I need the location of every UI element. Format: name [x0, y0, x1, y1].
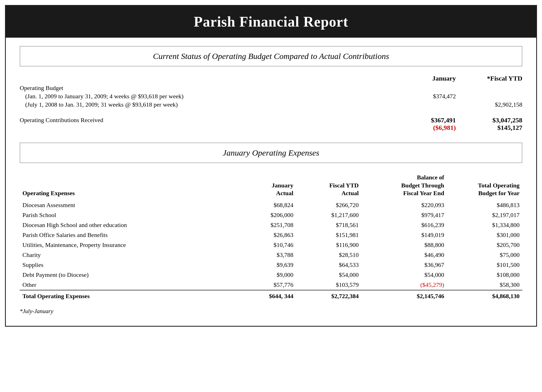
expense-total: $108,000	[447, 270, 522, 280]
total-label: Total Operating Expenses	[20, 290, 231, 301]
expenses-section: January Operating Expenses Operating Exp…	[20, 143, 522, 315]
budget-row1: (Jan. 1, 2009 to January 31, 2009; 4 wee…	[20, 93, 522, 100]
budget-label-spacer	[20, 75, 400, 82]
total-budget: $4,868,130	[447, 290, 522, 301]
operating-budget-label-row: Operating Budget	[20, 84, 522, 92]
expense-balance: $88,800	[362, 240, 447, 250]
expense-label: Other	[20, 280, 231, 290]
expense-total: $2,197,017	[447, 210, 522, 220]
expense-total: $486,813	[447, 200, 522, 210]
expense-label: Diocesan Assessment	[20, 200, 231, 210]
budget-row2: (July 1, 2008 to Jan. 31, 2009; 31 weeks…	[20, 101, 522, 108]
expense-ytd: $266,720	[296, 200, 362, 210]
contributions-row: Operating Contributions Received $367,49…	[20, 117, 522, 131]
expense-ytd: $28,510	[296, 250, 362, 260]
report-header: Parish Financial Report	[6, 6, 536, 38]
expense-ytd: $54,000	[296, 270, 362, 280]
budget-row2-ytd: $2,902,158	[461, 101, 522, 108]
total-balance: $2,145,746	[362, 290, 447, 301]
expense-jan: $9,000	[231, 270, 296, 280]
expense-ytd: $151,981	[296, 230, 362, 240]
expense-ytd: $103,579	[296, 280, 362, 290]
contrib-jan-diff: ($6,981)	[400, 124, 456, 131]
expense-label: Supplies	[20, 260, 231, 270]
expense-jan: $57,776	[231, 280, 296, 290]
jan-col-header: January	[400, 75, 461, 82]
table-row: Charity $3,788 $28,510 $46,490 $75,000	[20, 250, 522, 260]
expense-balance: $46,490	[362, 250, 447, 260]
expense-total: $75,000	[447, 250, 522, 260]
expense-ytd: $116,900	[296, 240, 362, 250]
expense-balance: $149,019	[362, 230, 447, 240]
contrib-ytd-diff: $145,127	[461, 124, 522, 131]
expense-total: $58,300	[447, 280, 522, 290]
expense-label: Parish Office Salaries and Benefits	[20, 230, 231, 240]
budget-column-headers: January *Fiscal YTD	[20, 75, 522, 82]
expense-total: $205,700	[447, 240, 522, 250]
expense-balance: $54,000	[362, 270, 447, 280]
report-container: Parish Financial Report Current Status o…	[5, 5, 537, 327]
expenses-table: Operating Expenses JanuaryActual Fiscal …	[20, 171, 522, 301]
budget-row1-jan: $374,472	[400, 93, 461, 100]
contributions-ytd: $3,047,258 $145,127	[461, 117, 522, 131]
expense-total: $1,334,800	[447, 220, 522, 230]
expense-label: Utilities, Maintenance, Property Insuran…	[20, 240, 231, 250]
expense-ytd: $718,561	[296, 220, 362, 230]
budget-row1-ytd	[461, 93, 522, 100]
expense-jan: $9,639	[231, 260, 296, 270]
report-title: Parish Financial Report	[11, 14, 531, 30]
expenses-tbody: Diocesan Assessment $68,824 $266,720 $22…	[20, 200, 522, 301]
th-ytd-actual: Fiscal YTDActual	[296, 171, 362, 200]
contrib-jan-value: $367,491	[400, 117, 456, 124]
expense-balance: $220,093	[362, 200, 447, 210]
expense-total: $301,000	[447, 230, 522, 240]
expense-jan: $26,863	[231, 230, 296, 240]
section2-title: January Operating Expenses	[20, 143, 522, 163]
section1-title: Current Status of Operating Budget Compa…	[20, 46, 522, 66]
expense-jan: $10,746	[231, 240, 296, 250]
contributions-jan: $367,491 ($6,981)	[400, 117, 461, 131]
table-row: Debt Payment (to Diocese) $9,000 $54,000…	[20, 270, 522, 280]
report-body: Current Status of Operating Budget Compa…	[6, 38, 536, 326]
table-row: Diocesan Assessment $68,824 $266,720 $22…	[20, 200, 522, 210]
table-row: Diocesan High School and other education…	[20, 220, 522, 230]
budget-row1-desc: (Jan. 1, 2009 to January 31, 2009; 4 wee…	[20, 93, 400, 100]
contrib-ytd-value: $3,047,258	[461, 117, 522, 124]
expense-label: Debt Payment (to Diocese)	[20, 270, 231, 280]
expense-label: Charity	[20, 250, 231, 260]
total-jan: $644, 344	[231, 290, 296, 301]
expense-jan: $206,000	[231, 210, 296, 220]
expense-total: $101,500	[447, 260, 522, 270]
th-balance: Balance ofBudget ThroughFiscal Year End	[362, 171, 447, 200]
ytd-col-header: *Fiscal YTD	[461, 75, 522, 82]
footnote: *July-January	[20, 308, 522, 315]
budget-row2-jan	[400, 101, 461, 108]
expense-balance: ($45,279)	[362, 280, 447, 290]
expense-jan: $68,824	[231, 200, 296, 210]
ob-row1-ytd	[461, 84, 522, 92]
expense-balance: $616,239	[362, 220, 447, 230]
ob-row1-jan	[400, 84, 461, 92]
expense-ytd: $1,217,600	[296, 210, 362, 220]
th-operating-expenses: Operating Expenses	[20, 171, 231, 200]
table-row: Parish Office Salaries and Benefits $26,…	[20, 230, 522, 240]
operating-budget-section: Current Status of Operating Budget Compa…	[20, 46, 522, 131]
expense-jan: $251,708	[231, 220, 296, 230]
operating-budget-label: Operating Budget	[20, 84, 400, 92]
expense-jan: $3,788	[231, 250, 296, 260]
th-total-budget: Total OperatingBudget for Year	[447, 171, 522, 200]
expense-balance: $36,967	[362, 260, 447, 270]
expense-balance: $979,417	[362, 210, 447, 220]
table-row: Utilities, Maintenance, Property Insuran…	[20, 240, 522, 250]
table-row: Parish School $206,000 $1,217,600 $979,4…	[20, 210, 522, 220]
expense-label: Parish School	[20, 210, 231, 220]
expense-ytd: $64,533	[296, 260, 362, 270]
expense-label: Diocesan High School and other education	[20, 220, 231, 230]
expenses-table-header-row: Operating Expenses JanuaryActual Fiscal …	[20, 171, 522, 200]
total-row: Total Operating Expenses $644, 344 $2,72…	[20, 290, 522, 301]
budget-row2-desc: (July 1, 2008 to Jan. 31, 2009; 31 weeks…	[20, 101, 400, 108]
table-row: Other $57,776 $103,579 ($45,279) $58,300	[20, 280, 522, 290]
contributions-label: Operating Contributions Received	[20, 117, 400, 131]
total-ytd: $2,722,384	[296, 290, 362, 301]
table-row: Supplies $9,639 $64,533 $36,967 $101,500	[20, 260, 522, 270]
